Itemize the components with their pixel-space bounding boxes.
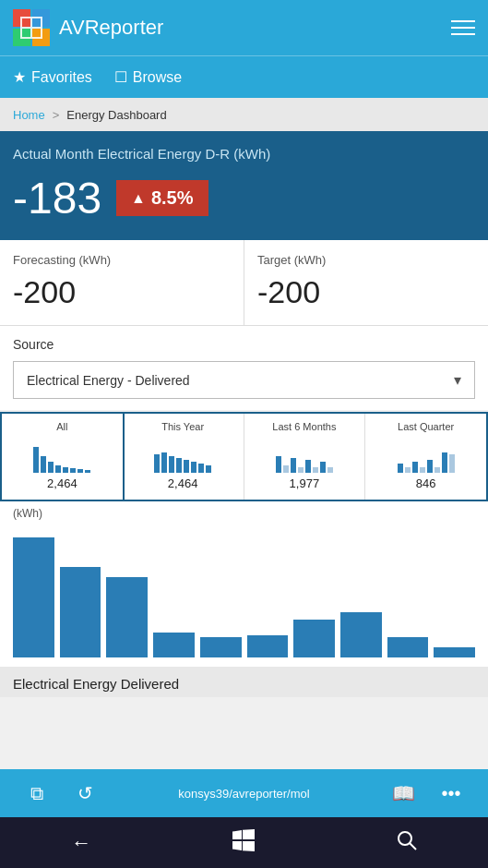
- chart-bar: [247, 635, 289, 657]
- star-icon: ★: [13, 68, 26, 86]
- breadcrumb-separator: >: [53, 108, 60, 122]
- nav-bar: ★ Favorites ☐ Browse: [0, 55, 488, 98]
- period-selector: All2,464This Year2,464Last 6 Months1,977…: [0, 412, 488, 501]
- browse-icon: ☐: [114, 68, 127, 86]
- period-item-last-quarter[interactable]: Last Quarter846: [365, 414, 486, 500]
- nav-browse[interactable]: ☐ Browse: [114, 68, 182, 86]
- windows-icon: [232, 829, 255, 851]
- source-dropdown[interactable]: Electrical Energy - Delivered ▾: [13, 361, 475, 399]
- target-item: Target (kWh) -200: [244, 240, 488, 325]
- more-options-icon[interactable]: •••: [427, 783, 475, 804]
- chart-bar: [106, 577, 148, 657]
- bar-chart: [0, 524, 488, 667]
- chart-bar: [60, 567, 101, 657]
- period-bars: [248, 438, 362, 473]
- period-label: Last Quarter: [369, 421, 482, 432]
- period-bars: [126, 438, 240, 473]
- browse-label: Browse: [133, 69, 182, 86]
- forecast-value: -200: [13, 274, 231, 310]
- app-title: AVReporter: [59, 16, 163, 40]
- chart-bar: [13, 537, 54, 657]
- browser-url[interactable]: konsys39/avreporter/mol: [109, 787, 379, 801]
- source-section: Source Electrical Energy - Delivered ▾: [0, 326, 488, 410]
- logo-group: AVReporter: [13, 9, 163, 46]
- period-bars: [369, 438, 482, 473]
- energy-card-value: -183: [13, 173, 101, 223]
- back-button[interactable]: ←: [54, 831, 109, 855]
- chevron-down-icon: ▾: [454, 371, 461, 389]
- browser-bar: ⧉ ↺ konsys39/avreporter/mol 📖 •••: [0, 769, 488, 817]
- search-icon: [396, 829, 418, 851]
- badge-value: 8.5%: [151, 187, 194, 209]
- unit-label-text: (kWh): [13, 507, 42, 520]
- breadcrumb-current: Energy Dashboard: [66, 108, 166, 122]
- period-item-this-year[interactable]: This Year2,464: [123, 414, 244, 500]
- energy-card-title: Actual Month Electrical Energy D-R (kWh): [13, 146, 475, 162]
- nav-favorites[interactable]: ★ Favorites: [13, 68, 92, 86]
- app-logo-icon: [13, 9, 50, 46]
- svg-line-14: [410, 843, 416, 850]
- breadcrumb-home[interactable]: Home: [13, 108, 45, 122]
- target-value: -200: [257, 274, 475, 310]
- energy-card-value-row: -183 ▲ 8.5%: [13, 173, 475, 223]
- badge-arrow-icon: ▲: [131, 190, 146, 207]
- favorites-label: Favorites: [31, 69, 92, 86]
- forecast-label: Forecasting (kWh): [13, 253, 231, 267]
- period-value: 2,464: [6, 476, 119, 490]
- bottom-nav: ←: [0, 817, 488, 868]
- period-value: 2,464: [126, 476, 240, 490]
- period-label: Last 6 Months: [248, 421, 362, 432]
- svg-point-13: [399, 832, 411, 845]
- target-label: Target (kWh): [257, 253, 475, 267]
- energy-card: Actual Month Electrical Energy D-R (kWh)…: [0, 131, 488, 240]
- period-value: 1,977: [248, 476, 362, 490]
- app-header: AVReporter: [0, 0, 488, 55]
- copy-icon[interactable]: ⧉: [13, 783, 61, 804]
- svg-marker-12: [243, 841, 255, 851]
- source-dropdown-value: Electrical Energy - Delivered: [27, 373, 190, 388]
- hamburger-menu-button[interactable]: [451, 20, 475, 35]
- period-label: This Year: [126, 421, 240, 432]
- period-bars: [6, 438, 119, 473]
- chart-bar: [153, 633, 195, 657]
- chart-bar: [293, 620, 335, 657]
- chart-bar: [200, 637, 242, 657]
- energy-card-badge: ▲ 8.5%: [116, 180, 208, 216]
- forecast-target-row: Forecasting (kWh) -200 Target (kWh) -200: [0, 240, 488, 326]
- svg-marker-9: [232, 830, 242, 839]
- source-label: Source: [13, 337, 475, 352]
- svg-rect-7: [22, 29, 30, 37]
- breadcrumb: Home > Energy Dashboard: [0, 98, 488, 131]
- period-label: All: [6, 421, 119, 432]
- svg-rect-5: [22, 18, 30, 27]
- eed-section: Electrical Energy Delivered: [0, 667, 488, 697]
- chart-bar: [340, 612, 382, 657]
- unit-label: (kWh): [0, 501, 488, 524]
- svg-marker-10: [243, 829, 255, 839]
- period-value: 846: [369, 476, 482, 490]
- chart-bar: [434, 647, 475, 657]
- search-button[interactable]: [379, 829, 434, 857]
- windows-button[interactable]: [216, 829, 271, 857]
- period-item-last-6-months[interactable]: Last 6 Months1,977: [244, 414, 366, 500]
- svg-rect-8: [32, 29, 41, 37]
- eed-title: Electrical Energy Delivered: [13, 676, 179, 692]
- period-item-all[interactable]: All2,464: [0, 412, 125, 501]
- refresh-icon[interactable]: ↺: [61, 782, 109, 804]
- svg-marker-11: [232, 841, 242, 850]
- reading-mode-icon[interactable]: 📖: [379, 782, 427, 804]
- chart-bar: [387, 637, 429, 657]
- svg-rect-6: [32, 18, 41, 27]
- forecast-item: Forecasting (kWh) -200: [0, 240, 244, 325]
